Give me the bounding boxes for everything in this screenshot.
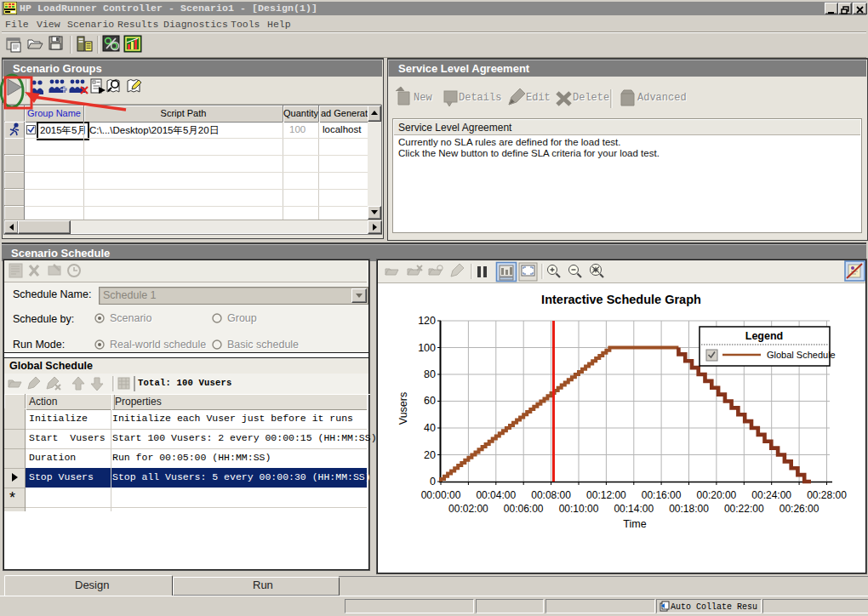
svg-text:60: 60 bbox=[424, 395, 436, 407]
svg-text:00:18:00: 00:18:00 bbox=[669, 503, 709, 515]
svg-text:00:04:00: 00:04:00 bbox=[476, 489, 516, 501]
svg-text:120: 120 bbox=[418, 315, 436, 327]
svg-text:00:10:00: 00:10:00 bbox=[559, 503, 599, 515]
svg-text:00:02:00: 00:02:00 bbox=[448, 503, 488, 515]
svg-text:00:20:00: 00:20:00 bbox=[697, 489, 737, 501]
svg-text:00:08:00: 00:08:00 bbox=[531, 489, 571, 501]
svg-text:00:00:00: 00:00:00 bbox=[421, 489, 461, 501]
svg-text:20: 20 bbox=[424, 449, 436, 461]
svg-text:00:24:00: 00:24:00 bbox=[751, 489, 791, 501]
svg-text:Time: Time bbox=[623, 518, 646, 530]
svg-text:00:06:00: 00:06:00 bbox=[504, 503, 544, 515]
svg-text:00:16:00: 00:16:00 bbox=[642, 489, 682, 501]
svg-text:00:26:00: 00:26:00 bbox=[779, 503, 819, 515]
svg-text:Interactive Schedule Graph: Interactive Schedule Graph bbox=[541, 293, 701, 306]
svg-text:40: 40 bbox=[424, 422, 436, 434]
svg-text:Global Schedule: Global Schedule bbox=[767, 350, 836, 360]
svg-text:00:12:00: 00:12:00 bbox=[586, 489, 626, 501]
svg-text:100: 100 bbox=[418, 342, 436, 354]
svg-text:80: 80 bbox=[424, 368, 436, 380]
svg-text:0: 0 bbox=[430, 476, 436, 488]
svg-text:Vusers: Vusers bbox=[397, 392, 409, 425]
svg-text:00:14:00: 00:14:00 bbox=[614, 503, 654, 515]
svg-text:Legend: Legend bbox=[745, 330, 783, 342]
svg-text:00:28:00: 00:28:00 bbox=[807, 489, 847, 501]
svg-text:00:22:00: 00:22:00 bbox=[724, 503, 764, 515]
